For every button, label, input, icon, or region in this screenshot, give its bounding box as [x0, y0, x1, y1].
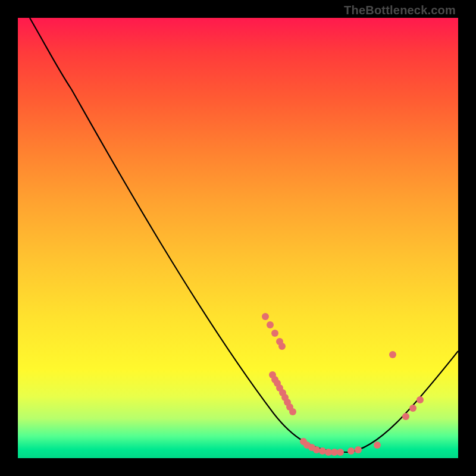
scatter-point: [416, 396, 424, 403]
scatter-point: [278, 343, 286, 350]
scatter-point: [402, 413, 409, 420]
scatter-point: [289, 408, 296, 415]
scatter-point: [347, 447, 355, 455]
attribution-watermark: TheBottleneck.com: [344, 4, 456, 17]
scatter-point: [313, 446, 320, 453]
scatter-point: [389, 351, 396, 358]
scatter-points-group: [262, 313, 424, 456]
chart-frame: TheBottleneck.com: [0, 0, 476, 476]
scatter-point: [337, 449, 344, 456]
plot-area: [18, 18, 458, 458]
scatter-point: [355, 446, 362, 453]
scatter-point: [374, 441, 381, 449]
scatter-point: [271, 330, 278, 337]
scatter-point: [409, 405, 416, 412]
scatter-point: [319, 447, 326, 455]
bottleneck-curve: [30, 18, 458, 452]
bottleneck-curve-layer: [18, 18, 458, 458]
scatter-point: [267, 321, 274, 328]
scatter-point: [262, 313, 269, 320]
